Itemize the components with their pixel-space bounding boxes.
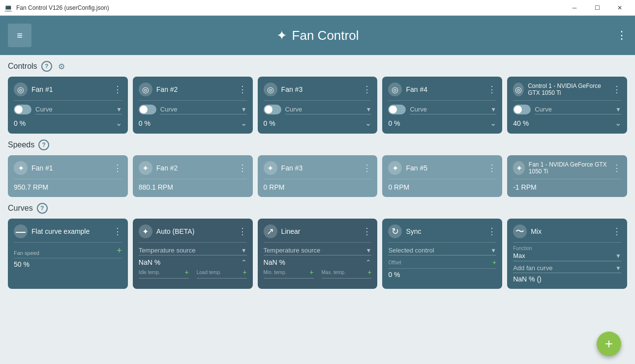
control-fan2-dropdown-arrow[interactable]: ▼ — [241, 106, 247, 113]
curve-auto-expand-button[interactable]: ⌃ — [241, 258, 247, 266]
curve-auto-temp-source-wrapper: Temperature source ▼ — [139, 246, 247, 255]
control-fan4-toggle-knob — [389, 106, 397, 113]
curve-linear-min-temp: Min. temp. + — [264, 268, 314, 279]
control-fan4-dropdown-arrow[interactable]: ▼ — [490, 106, 496, 113]
curve-linear-temp-source-arrow[interactable]: ▼ — [366, 247, 372, 254]
control-fan1-expand-button[interactable]: ⌄ — [116, 118, 122, 128]
curves-section-header: Curves ? — [8, 203, 627, 214]
speed-fan5-divider — [388, 179, 496, 179]
curve-sync-control-arrow[interactable]: ▼ — [490, 247, 496, 254]
control-fan1-divider — [14, 100, 122, 101]
speed-nvidia-title: Fan 1 - NVIDIA GeForce GTX 1050 Ti — [529, 161, 612, 175]
control-fan2-menu-button[interactable]: ⋮ — [238, 84, 247, 95]
curve-auto-temp-source-arrow[interactable]: ▼ — [241, 247, 247, 254]
curve-mix-function-row: Max ▼ — [513, 252, 621, 261]
control-fan2-toggle-row: Curve ▼ — [139, 105, 247, 114]
curve-linear-min-add-button[interactable]: + — [309, 268, 313, 276]
speed-fan3-menu-button[interactable]: ⋮ — [363, 163, 371, 173]
control-fan2-toggle-knob — [140, 106, 148, 113]
control-fan2-expand-button[interactable]: ⌄ — [241, 118, 247, 128]
curve-flat-add-button[interactable]: + — [117, 246, 122, 256]
control-card-fan2-header: ◎ Fan #2 ⋮ — [139, 83, 247, 96]
minimize-button[interactable]: ─ — [563, 0, 586, 16]
speed-card-fan1: ✦ Fan #1 ⋮ 950.7 RPM — [8, 155, 128, 197]
speed-fan1-menu-button[interactable]: ⋮ — [113, 163, 122, 173]
curve-sync-offset-add-button[interactable]: + — [492, 258, 496, 266]
control-fan3-toggle[interactable] — [264, 105, 281, 114]
close-button[interactable]: ✕ — [608, 0, 631, 16]
speed-fan5-menu-button[interactable]: ⋮ — [487, 163, 496, 173]
curve-linear-max-temp-row: Max. temp. + — [322, 268, 372, 276]
control-nvidia-percent: 40 % — [513, 119, 529, 127]
curve-mix-function-arrow[interactable]: ▼ — [615, 252, 621, 259]
control-fan2-title: Fan #2 — [156, 85, 178, 93]
curve-flat-menu-button[interactable]: ⋮ — [113, 226, 122, 237]
curve-linear-min-temp-value — [264, 276, 314, 279]
speed-fan2-menu-button[interactable]: ⋮ — [238, 163, 247, 173]
control-card-fan3: ◎ Fan #3 ⋮ Curve ▼ 0 % ⌄ — [258, 77, 378, 134]
curve-auto-menu-button[interactable]: ⋮ — [238, 226, 247, 237]
control-nvidia-expand-button[interactable]: ⌄ — [615, 118, 621, 128]
control-card-nvidia: ◎ Control 1 - NVIDIA GeForce GTX 1050 Ti… — [507, 77, 627, 134]
header-menu-button[interactable]: ⋮ — [616, 29, 627, 42]
add-fab-button[interactable]: + — [597, 332, 621, 356]
curve-flat-fan-speed-label: Fan speed — [14, 250, 39, 256]
curve-auto-divider — [139, 242, 247, 243]
curve-flat-fan-speed-row: Fan speed + — [14, 246, 122, 258]
control-fan3-menu-button[interactable]: ⋮ — [363, 84, 371, 95]
main-content: Controls ? ⚙ ◎ Fan #1 ⋮ Curve ▼ — [0, 55, 635, 364]
control-fan1-dropdown-arrow[interactable]: ▼ — [116, 106, 122, 113]
curve-auto-load-add-button[interactable]: + — [242, 268, 246, 276]
app-title-container: ✦ Fan Control — [276, 28, 359, 43]
curve-sync-menu-button[interactable]: ⋮ — [487, 226, 496, 237]
control-card-nvidia-header-left: ◎ Control 1 - NVIDIA GeForce GTX 1050 Ti — [513, 83, 612, 96]
curve-linear-menu-button[interactable]: ⋮ — [363, 226, 371, 237]
curve-auto-temp-fields: Idle temp. + Load temp. + — [139, 268, 247, 279]
speed-card-nvidia-header-left: ✦ Fan 1 - NVIDIA GeForce GTX 1050 Ti — [513, 161, 612, 175]
speed-nvidia-menu-button[interactable]: ⋮ — [612, 163, 621, 173]
curve-linear-expand-button[interactable]: ⌃ — [365, 258, 371, 266]
controls-row: ◎ Fan #1 ⋮ Curve ▼ 0 % ⌄ — [8, 77, 627, 134]
hamburger-button[interactable]: ≡ — [8, 24, 31, 47]
speed-card-fan2-header-left: ✦ Fan #2 — [139, 161, 178, 175]
speed-fan2-rpm: 880.1 RPM — [139, 183, 247, 191]
control-fan1-percent-row: 0 % ⌄ — [14, 118, 122, 128]
control-nvidia-menu-button[interactable]: ⋮ — [612, 84, 621, 95]
titlebar-controls: ─ ☐ ✕ — [563, 0, 631, 16]
curve-linear-min-temp-label: Min. temp. — [264, 270, 287, 275]
speed-fan2-title: Fan #2 — [156, 164, 178, 172]
curve-auto-nan-value: NaN % — [139, 258, 160, 266]
curve-linear-nan-value: NaN % — [264, 258, 285, 266]
control-fan4-menu-button[interactable]: ⋮ — [487, 84, 496, 95]
curve-mix-add-fan-arrow[interactable]: ▼ — [615, 265, 621, 272]
speed-card-nvidia-header: ✦ Fan 1 - NVIDIA GeForce GTX 1050 Ti ⋮ — [513, 161, 621, 175]
control-fan3-expand-button[interactable]: ⌄ — [365, 118, 371, 128]
speed-fan3-rpm: 0 RPM — [264, 183, 372, 191]
curve-card-mix: 〜 Mix ⋮ Function Max ▼ Add fan curve ▼ N… — [507, 219, 627, 289]
control-fan3-dropdown-arrow[interactable]: ▼ — [366, 106, 372, 113]
controls-wrench-button[interactable]: ⚙ — [56, 61, 67, 72]
control-nvidia-dropdown-arrow[interactable]: ▼ — [615, 106, 621, 113]
speed-card-fan1-header-left: ✦ Fan #1 — [14, 161, 53, 175]
control-fan1-toggle[interactable] — [14, 105, 31, 114]
maximize-button[interactable]: ☐ — [586, 0, 608, 16]
header-menu-icon: ⋮ — [616, 29, 627, 41]
controls-help-button[interactable]: ? — [41, 61, 52, 72]
control-fan2-toggle[interactable] — [139, 105, 156, 114]
speed-fan3-title: Fan #3 — [281, 164, 303, 172]
curve-auto-idle-add-button[interactable]: + — [185, 268, 189, 276]
curve-sync-header-left: ↻ Sync — [388, 224, 421, 238]
curve-mix-function-value: Max — [513, 252, 525, 259]
curve-linear-max-add-button[interactable]: + — [367, 268, 371, 276]
control-fan1-menu-button[interactable]: ⋮ — [113, 84, 122, 95]
curve-mix-menu-button[interactable]: ⋮ — [612, 226, 621, 237]
control-fan4-toggle[interactable] — [388, 105, 406, 114]
control-fan2-divider — [139, 100, 247, 101]
control-nvidia-icon: ◎ — [513, 83, 524, 96]
titlebar: 💻 Fan Control V126 (userConfig.json) ─ ☐… — [0, 0, 635, 16]
control-nvidia-toggle[interactable] — [513, 105, 531, 114]
control-fan4-expand-button[interactable]: ⌄ — [490, 118, 496, 128]
curves-help-button[interactable]: ? — [37, 203, 48, 214]
speeds-help-button[interactable]: ? — [38, 140, 49, 150]
speed-card-fan5-header: ✦ Fan #5 ⋮ — [388, 161, 496, 175]
